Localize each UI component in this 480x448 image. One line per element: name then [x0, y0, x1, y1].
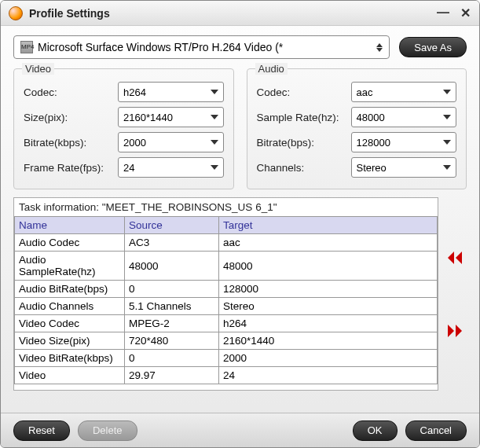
- table-cell: 720*480: [125, 332, 219, 350]
- col-name: Name: [15, 217, 125, 234]
- table-cell: Video: [15, 367, 125, 384]
- col-target: Target: [219, 217, 438, 234]
- video-codec-select[interactable]: h264: [118, 82, 224, 102]
- audio-panel-title: Audio: [255, 63, 288, 75]
- window-title: Profile Settings: [29, 7, 437, 20]
- audio-bitrate-label: Bitrate(bps):: [257, 137, 351, 149]
- settings-panels: Video Codec: h264 Size(pix): 2160*1440 B…: [13, 68, 467, 189]
- video-panel-title: Video: [22, 63, 54, 75]
- save-as-button[interactable]: Save As: [399, 37, 467, 57]
- footer: Reset Delete OK Cancel: [1, 413, 479, 447]
- task-area: Task information: "MEET_THE_ROBINSONS_US…: [13, 197, 467, 391]
- chevron-up-icon: [376, 43, 383, 47]
- table-row: Video Size(pix)720*4802160*1440: [15, 332, 438, 350]
- table-row: Audio Channels5.1 ChannelsStereo: [15, 298, 438, 315]
- chevron-down-icon: [443, 115, 451, 119]
- table-cell: 48000: [219, 252, 438, 281]
- table-row: Video29.9724: [15, 367, 438, 384]
- profile-settings-window: Profile Settings — ✕ MP4 Microsoft Surfa…: [0, 0, 480, 448]
- app-icon: [9, 6, 23, 20]
- table-cell: h264: [219, 315, 438, 332]
- table-cell: 0: [125, 281, 219, 298]
- minimize-button[interactable]: —: [437, 6, 449, 20]
- table-row: Audio CodecAC3aac: [15, 234, 438, 252]
- task-nav: [443, 197, 467, 391]
- table-row: Audio BitRate(bps)0128000: [15, 281, 438, 298]
- double-right-icon: [446, 323, 464, 339]
- audio-sample-row: Sample Rate(hz): 48000: [257, 107, 457, 127]
- audio-channels-select[interactable]: Stereo: [351, 157, 457, 178]
- table-cell: 2160*1440: [219, 332, 438, 350]
- table-cell: 0: [125, 350, 219, 367]
- device-icon: MP4: [20, 41, 33, 53]
- table-cell: Audio BitRate(bps): [15, 281, 125, 298]
- table-cell: 2000: [219, 350, 438, 367]
- titlebar: Profile Settings — ✕: [1, 1, 479, 26]
- content-area: MP4 Microsoft Surface Windows RT/Pro H.2…: [1, 26, 479, 397]
- video-bitrate-label: Bitrate(kbps):: [24, 137, 118, 149]
- table-cell: 24: [219, 367, 438, 384]
- table-cell: Audio Codec: [15, 234, 125, 252]
- profile-row: MP4 Microsoft Surface Windows RT/Pro H.2…: [13, 35, 467, 59]
- prev-task-button[interactable]: [446, 250, 464, 266]
- video-fps-select[interactable]: 24: [118, 157, 224, 178]
- profile-select[interactable]: MP4 Microsoft Surface Windows RT/Pro H.2…: [13, 35, 390, 59]
- task-scroll[interactable]: Task information: "MEET_THE_ROBINSONS_US…: [14, 198, 438, 390]
- table-cell: Audio SampleRate(hz): [15, 252, 125, 281]
- video-fps-label: Frame Rate(fps):: [24, 162, 118, 174]
- video-size-select[interactable]: 2160*1440: [118, 107, 224, 127]
- chevron-down-icon: [211, 115, 218, 119]
- table-cell: 29.97: [125, 367, 219, 384]
- audio-sample-select[interactable]: 48000: [351, 107, 457, 127]
- table-header-row: Name Source Target: [15, 217, 438, 234]
- window-controls: — ✕: [437, 6, 471, 20]
- profile-select-text: Microsoft Surface Windows RT/Pro H.264 V…: [38, 41, 372, 53]
- next-task-button[interactable]: [446, 323, 464, 339]
- col-source: Source: [125, 217, 219, 234]
- video-codec-row: Codec: h264: [24, 82, 224, 102]
- video-codec-label: Codec:: [24, 86, 118, 98]
- double-left-icon: [446, 250, 464, 266]
- video-bitrate-row: Bitrate(kbps): 2000: [24, 132, 224, 152]
- audio-bitrate-row: Bitrate(bps): 128000: [257, 132, 457, 152]
- table-cell: AC3: [125, 234, 219, 252]
- audio-channels-label: Channels:: [257, 162, 351, 174]
- task-info-box: Task information: "MEET_THE_ROBINSONS_US…: [13, 197, 438, 391]
- table-cell: Video Size(pix): [15, 332, 125, 350]
- table-cell: 48000: [125, 252, 219, 281]
- chevron-down-icon: [211, 90, 218, 94]
- table-row: Video CodecMPEG-2h264: [15, 315, 438, 332]
- chevron-down-icon: [211, 165, 218, 170]
- audio-bitrate-select[interactable]: 128000: [351, 132, 457, 152]
- video-bitrate-select[interactable]: 2000: [118, 132, 224, 152]
- table-row: Audio SampleRate(hz)4800048000: [15, 252, 438, 281]
- chevron-down-icon: [443, 165, 451, 170]
- table-row: Video BitRate(kbps)02000: [15, 350, 438, 367]
- task-info-label: Task information: "MEET_THE_ROBINSONS_US…: [14, 198, 438, 216]
- audio-channels-row: Channels: Stereo: [257, 157, 457, 178]
- table-cell: Stereo: [219, 298, 438, 315]
- video-panel: Video Codec: h264 Size(pix): 2160*1440 B…: [13, 68, 234, 189]
- table-cell: 128000: [219, 281, 438, 298]
- chevron-down-icon: [443, 140, 451, 145]
- video-fps-row: Frame Rate(fps): 24: [24, 157, 224, 178]
- cancel-button[interactable]: Cancel: [405, 420, 467, 441]
- close-button[interactable]: ✕: [459, 6, 471, 20]
- audio-panel: Audio Codec: aac Sample Rate(hz): 48000 …: [247, 68, 467, 189]
- chevron-down-icon: [443, 90, 451, 94]
- table-cell: 5.1 Channels: [125, 298, 219, 315]
- table-cell: aac: [219, 234, 438, 252]
- chevron-down-icon: [211, 140, 218, 145]
- ok-button[interactable]: OK: [353, 420, 398, 441]
- profile-spinner[interactable]: [376, 43, 383, 52]
- audio-codec-select[interactable]: aac: [351, 82, 457, 102]
- task-info-table: Name Source Target Audio CodecAC3aacAudi…: [14, 216, 438, 384]
- table-cell: Audio Channels: [15, 298, 125, 315]
- table-cell: MPEG-2: [125, 315, 219, 332]
- chevron-down-icon: [376, 48, 383, 52]
- audio-codec-label: Codec:: [257, 86, 351, 98]
- reset-button[interactable]: Reset: [13, 420, 70, 441]
- delete-button[interactable]: Delete: [78, 420, 137, 441]
- audio-sample-label: Sample Rate(hz):: [257, 112, 351, 123]
- video-size-label: Size(pix):: [24, 112, 118, 123]
